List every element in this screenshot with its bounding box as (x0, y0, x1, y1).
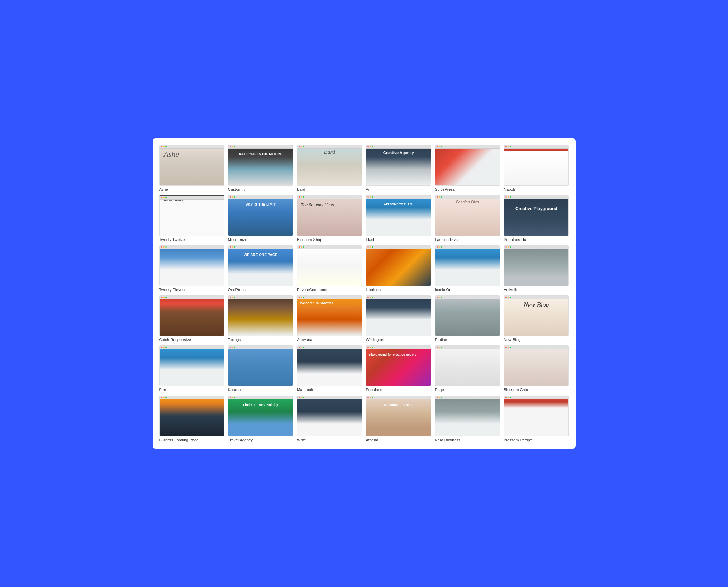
theme-card-blossomrecipe[interactable]: Blossom Recipe (504, 396, 569, 442)
theme-name-ashe: Ashe (159, 187, 224, 191)
theme-name-athena: Athena (366, 438, 431, 442)
maximize-dot (372, 397, 373, 398)
browser-chrome (504, 296, 568, 299)
theme-card-rarabusiness[interactable]: Rara Business (435, 396, 500, 442)
theme-name-envoecommerce: Envo eCommerce (297, 288, 362, 292)
theme-card-arowana[interactable]: Arowana (297, 295, 362, 342)
maximize-dot (303, 347, 304, 348)
maximize-dot (372, 347, 373, 348)
theme-gallery-frame: Ashe Customify Bard Airi SpicePress Napo… (153, 138, 576, 449)
maximize-dot (234, 196, 235, 198)
maximize-dot (510, 146, 511, 147)
theme-card-iconicone[interactable]: Iconic One (435, 245, 500, 292)
theme-name-twentytwelve: Twenty Twelve (159, 237, 224, 242)
theme-preview-twentytwelve (159, 195, 224, 236)
theme-card-edge[interactable]: Edge (435, 345, 500, 392)
theme-name-blossomrecipe: Blossom Recipe (504, 438, 569, 442)
minimize-dot (163, 246, 165, 248)
theme-card-write[interactable]: Write (297, 396, 362, 442)
browser-chrome (435, 396, 500, 399)
browser-chrome (435, 346, 500, 349)
browser-chrome (297, 296, 362, 299)
close-dot (505, 347, 507, 348)
browser-chrome (297, 346, 362, 349)
theme-card-twentytwelve[interactable]: Twenty Twelve (159, 195, 224, 242)
browser-chrome (228, 296, 293, 299)
minimize-dot (439, 196, 440, 198)
close-dot (505, 146, 507, 147)
minimize-dot (508, 146, 509, 147)
theme-card-customify[interactable]: Customify (228, 145, 293, 191)
theme-card-flash[interactable]: Flash (366, 195, 431, 242)
minimize-dot (232, 347, 233, 348)
close-dot (161, 297, 162, 298)
close-dot (299, 246, 300, 248)
minimize-dot (439, 347, 440, 348)
minimize-dot (232, 297, 233, 298)
browser-chrome (228, 145, 293, 149)
maximize-dot (510, 196, 511, 198)
theme-preview-spicepress (435, 145, 500, 186)
theme-card-ashe[interactable]: Ashe (159, 145, 224, 191)
theme-preview-popularis (366, 345, 431, 386)
theme-card-blossomchic[interactable]: Blossom Chic (504, 345, 569, 392)
maximize-dot (441, 347, 442, 348)
theme-card-builderslanding[interactable]: Builders Landing Page (159, 396, 224, 442)
theme-name-pen: Pen (159, 388, 224, 392)
browser-chrome (435, 145, 500, 149)
theme-preview-write (297, 396, 362, 436)
maximize-dot (165, 197, 167, 198)
maximize-dot (303, 146, 304, 147)
browser-chrome (297, 145, 362, 149)
theme-card-popularishub[interactable]: Popularis Hub (504, 195, 569, 242)
theme-card-napoli[interactable]: Napoli (504, 145, 569, 191)
theme-card-mesmerize[interactable]: Mesmerize (228, 195, 293, 242)
theme-card-envoecommerce[interactable]: Envo eCommerce (297, 245, 362, 292)
theme-card-bard[interactable]: Bard (297, 145, 362, 191)
theme-card-pen[interactable]: Pen (159, 345, 224, 392)
browser-chrome (366, 195, 430, 199)
theme-card-radiate[interactable]: Radiate (435, 295, 500, 342)
theme-card-popularis[interactable]: Popularis (366, 345, 431, 392)
theme-card-onepress[interactable]: OnePress (228, 245, 293, 292)
theme-card-blossomshop[interactable]: Blossom Shop (297, 195, 362, 242)
theme-name-mesmerize: Mesmerize (228, 237, 293, 242)
maximize-dot (303, 246, 304, 248)
close-dot (299, 297, 300, 298)
theme-card-harrison[interactable]: Harrison (366, 245, 431, 292)
theme-card-catchresponsive[interactable]: Catch Responsive (159, 295, 224, 342)
theme-card-spicepress[interactable]: SpicePress (435, 145, 500, 191)
minimize-dot (370, 146, 371, 147)
maximize-dot (165, 397, 167, 398)
browser-chrome (366, 346, 430, 349)
theme-card-tortuga[interactable]: Tortuga (228, 295, 293, 342)
browser-chrome (160, 145, 224, 149)
theme-card-karuna[interactable]: Karuna (228, 345, 293, 392)
theme-card-activello[interactable]: Activello (504, 245, 569, 292)
browser-chrome (297, 195, 362, 199)
theme-name-popularis: Popularis (366, 388, 431, 392)
theme-preview-magbook (297, 345, 362, 386)
theme-card-travelagency[interactable]: Travel Agency (228, 396, 293, 442)
minimize-dot (370, 246, 371, 248)
maximize-dot (234, 397, 235, 398)
theme-preview-twentyeleven (159, 245, 224, 286)
theme-card-wellington[interactable]: Wellington (366, 295, 431, 342)
browser-chrome (228, 346, 293, 349)
close-dot (437, 246, 438, 248)
close-dot (299, 397, 300, 398)
maximize-dot (303, 196, 304, 198)
theme-card-magbook[interactable]: Magbook (297, 345, 362, 392)
minimize-dot (439, 146, 440, 147)
theme-card-athena[interactable]: Athena (366, 396, 431, 442)
close-dot (505, 246, 507, 248)
theme-card-newblog[interactable]: New Blog (504, 295, 569, 342)
theme-card-airi[interactable]: Airi (366, 145, 431, 191)
maximize-dot (510, 246, 511, 248)
theme-name-activello: Activello (504, 288, 569, 292)
theme-name-customify: Customify (228, 187, 293, 191)
theme-card-fashiondiva[interactable]: Fashion Diva (435, 195, 500, 242)
close-dot (230, 347, 231, 348)
close-dot (505, 196, 507, 198)
theme-card-twentyeleven[interactable]: Twenty Eleven (159, 245, 224, 292)
